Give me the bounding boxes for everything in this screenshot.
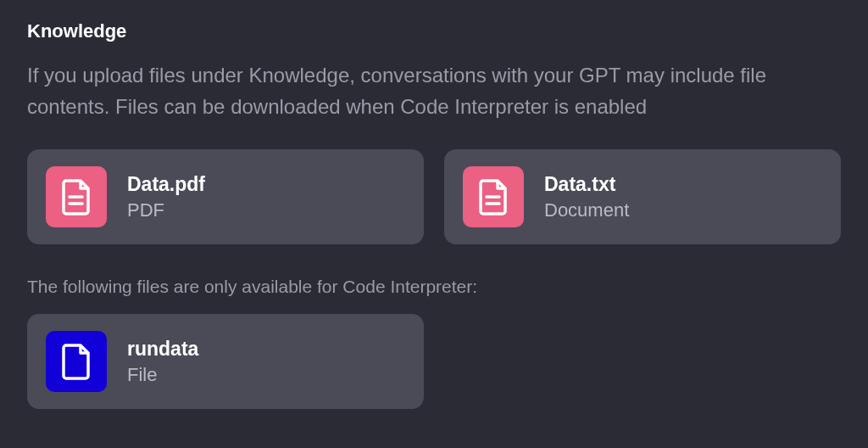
file-type: Document: [544, 199, 629, 221]
section-title: Knowledge: [27, 20, 841, 42]
ci-file-grid: rundata File: [27, 314, 841, 409]
file-type: PDF: [127, 199, 205, 221]
file-name: Data.pdf: [127, 173, 205, 196]
section-description: If you upload files under Knowledge, con…: [27, 59, 841, 122]
file-info: Data.pdf PDF: [127, 173, 205, 221]
code-interpreter-note: The following files are only available f…: [27, 277, 841, 297]
file-card[interactable]: Data.txt Document: [444, 149, 841, 244]
file-info: Data.txt Document: [544, 173, 629, 221]
file-name: Data.txt: [544, 173, 629, 196]
knowledge-file-grid: Data.pdf PDF Data.txt Document: [27, 149, 841, 244]
file-icon: [46, 331, 107, 392]
document-icon: [463, 166, 524, 227]
file-card[interactable]: Data.pdf PDF: [27, 149, 424, 244]
file-type: File: [127, 364, 198, 386]
document-icon: [46, 166, 107, 227]
file-name: rundata: [127, 338, 198, 361]
file-info: rundata File: [127, 338, 198, 386]
file-card[interactable]: rundata File: [27, 314, 424, 409]
